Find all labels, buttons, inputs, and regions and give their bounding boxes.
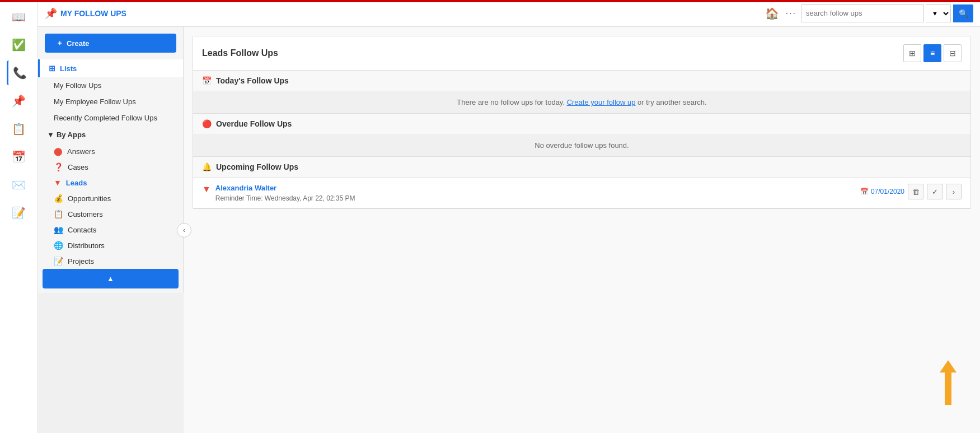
customers-icon: 📋 <box>54 209 63 218</box>
followup-item-reminder: Reminder Time: Wednesday, Apr 22, 02:35 … <box>215 194 355 202</box>
todays-icon: 📅 <box>202 76 212 85</box>
arrow-up-icon <box>940 360 956 405</box>
sidebar-item-answers[interactable]: ⬤ Answers <box>38 143 183 159</box>
create-button[interactable]: ＋ Create <box>45 34 176 53</box>
sidebar-item-distributors[interactable]: 🌐 Distributors <box>38 238 183 253</box>
projects-icon: 📝 <box>54 257 63 266</box>
todays-section: 📅 Today's Follow Ups There are no follow… <box>193 71 970 114</box>
calendar-icon: 📅 <box>860 188 869 195</box>
icon-bar-note[interactable]: 📝 <box>7 201 31 225</box>
sidebar-nav: ⊞ Lists My Follow Ups My Employee Follow… <box>38 59 183 269</box>
complete-button[interactable]: ✓ <box>927 184 943 199</box>
search-button[interactable]: 🔍 <box>953 4 973 22</box>
topbar: 📌 MY FOLLOW UPS 🏠 ··· ▼ 🔍 <box>38 0 980 27</box>
sidebar-item-lists[interactable]: ⊞ Lists <box>38 59 183 77</box>
grid-view-button[interactable]: ⊞ <box>903 44 921 62</box>
todays-header: 📅 Today's Follow Ups <box>193 71 970 91</box>
followup-item-right: 📅 07/01/2020 🗑 ✓ › <box>860 184 962 199</box>
content-container: Leads Follow Ups ⊞ ≡ ⊟ 📅 Today's Follow … <box>193 36 971 209</box>
search-area: 🏠 ··· ▼ 🔍 <box>763 4 973 22</box>
content-header: Leads Follow Ups ⊞ ≡ ⊟ <box>193 36 970 71</box>
collapse-sidebar-button[interactable]: ‹ <box>177 223 191 238</box>
sidebar-item-leads[interactable]: ▼ Leads <box>38 175 183 190</box>
overdue-section: 🔴 Overdue Follow Ups No overdue follow u… <box>193 114 970 157</box>
upcoming-section: 🔔 Upcoming Follow Ups ▼ Alexandria Walte… <box>193 157 970 208</box>
sidebar-item-recently-completed[interactable]: Recently Completed Follow Ups <box>38 110 183 126</box>
upcoming-icon: 🔔 <box>202 162 212 171</box>
main-content: Leads Follow Ups ⊞ ≡ ⊟ 📅 Today's Follow … <box>184 27 980 433</box>
home-button[interactable]: 🏠 <box>763 4 781 22</box>
create-follow-up-link[interactable]: Create your follow up <box>567 98 636 106</box>
plus-icon: ＋ <box>56 38 63 48</box>
followup-date: 📅 07/01/2020 <box>860 188 904 195</box>
lists-icon: ⊞ <box>49 64 55 73</box>
icon-bar: 📖 ✅ 📞 📌 📋 📅 ✉️ 📝 <box>0 0 38 433</box>
cases-icon: ❓ <box>54 162 63 171</box>
table-view-button[interactable]: ⊟ <box>944 44 962 62</box>
navigate-button[interactable]: › <box>946 184 962 199</box>
list-view-button[interactable]: ≡ <box>923 44 941 62</box>
search-dropdown[interactable]: ▼ <box>926 4 951 22</box>
sidebar-wrapper: ＋ Create ⊞ Lists My Follow Ups My Employ… <box>38 27 184 433</box>
icon-bar-calendar[interactable]: 📅 <box>7 145 31 169</box>
followup-item: ▼ Alexandria Walter Reminder Time: Wedne… <box>193 178 970 208</box>
sidebar-item-contacts[interactable]: 👥 Contacts <box>38 222 183 238</box>
followup-item-left: ▼ Alexandria Walter Reminder Time: Wedne… <box>202 184 355 202</box>
pin-icon: 📌 <box>45 7 57 20</box>
contacts-icon: 👥 <box>54 225 63 234</box>
sidebar-item-my-employee-follow-ups[interactable]: My Employee Follow Ups <box>38 94 183 110</box>
sidebar-item-opportunities[interactable]: 💰 Opportunities <box>38 190 183 206</box>
distributors-icon: 🌐 <box>54 241 63 250</box>
upcoming-header: 🔔 Upcoming Follow Ups <box>193 157 970 178</box>
sidebar-item-my-follow-ups[interactable]: My Follow Ups <box>38 77 183 94</box>
leads-icon: ▼ <box>54 178 62 187</box>
icon-bar-pin[interactable]: 📌 <box>7 89 31 113</box>
app-title: MY FOLLOW UPS <box>60 9 126 18</box>
sidebar: ＋ Create ⊞ Lists My Follow Ups My Employ… <box>38 27 184 293</box>
chevron-down-icon: ▼ <box>47 131 54 139</box>
answers-icon: ⬤ <box>54 147 63 156</box>
icon-bar-list[interactable]: 📋 <box>7 117 31 141</box>
sidebar-item-cases[interactable]: ❓ Cases <box>38 159 183 175</box>
overdue-header: 🔴 Overdue Follow Ups <box>193 114 970 134</box>
sidebar-item-projects[interactable]: 📝 Projects <box>38 253 183 269</box>
overdue-icon: 🔴 <box>202 119 212 128</box>
followup-item-info: Alexandria Walter Reminder Time: Wednesd… <box>215 184 355 202</box>
item-leads-icon: ▼ <box>202 184 211 194</box>
sidebar-item-customers[interactable]: 📋 Customers <box>38 206 183 222</box>
opportunities-icon: 💰 <box>54 194 63 203</box>
more-button[interactable]: ··· <box>784 6 799 21</box>
view-toggle: ⊞ ≡ ⊟ <box>903 44 962 62</box>
icon-bar-book[interactable]: 📖 <box>7 4 31 29</box>
search-input[interactable] <box>801 4 924 22</box>
icon-bar-email[interactable]: ✉️ <box>7 173 31 197</box>
overdue-body: No overdue follow ups found. <box>193 134 970 156</box>
page-title: Leads Follow Ups <box>202 48 278 58</box>
delete-button[interactable]: 🗑 <box>908 184 923 199</box>
icon-bar-phone[interactable]: 📞 <box>7 60 31 85</box>
todays-body: There are no follow ups for today. Creat… <box>193 91 970 113</box>
arrow-annotation <box>940 360 956 405</box>
by-apps-header[interactable]: ▼ By Apps <box>38 126 183 143</box>
icon-bar-check[interactable]: ✅ <box>7 32 31 57</box>
bottom-button[interactable]: ▲ <box>43 269 179 288</box>
followup-item-name[interactable]: Alexandria Walter <box>215 184 276 192</box>
